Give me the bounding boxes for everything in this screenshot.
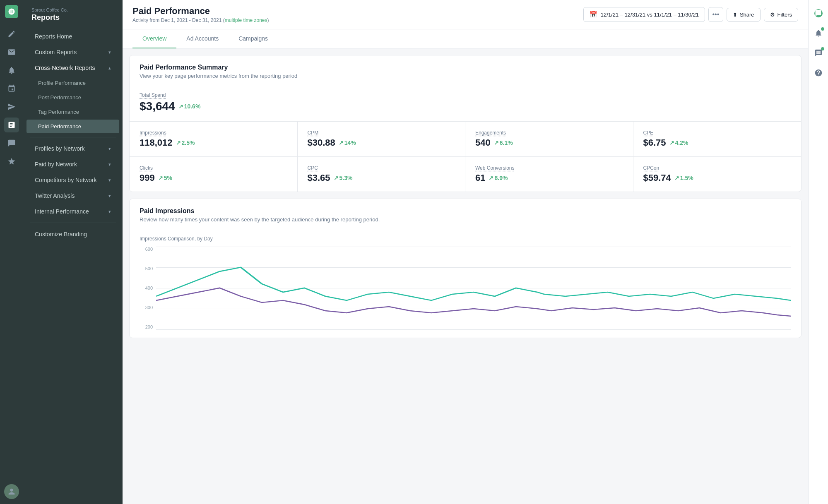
metric-impressions: Impressions 118,012 ↗ 2.5%	[130, 122, 298, 156]
cpcon-value: $59.74 ↗ 1.5%	[643, 173, 792, 183]
sidebar-item-post-performance[interactable]: Post Performance	[26, 91, 119, 104]
impressions-value: 118,012 ↗ 2.5%	[140, 137, 287, 148]
sidebar-item-paid-performance[interactable]: Paid Performance	[26, 120, 119, 133]
notification-badge	[821, 27, 824, 31]
summary-card: Paid Performance Summary View your key p…	[129, 55, 802, 192]
company-name: Sprout Coffee Co.	[31, 7, 114, 12]
metric-cpcon: CPCon $59.74 ↗ 1.5%	[633, 157, 802, 192]
chart-svg	[156, 247, 791, 329]
engagements-value: 540 ↗ 6.1%	[475, 137, 623, 148]
total-spend-value: $3,644 ↗ 10.6%	[140, 100, 791, 113]
cpc-change: ↗ 5.3%	[334, 175, 353, 181]
chevron-up-icon: ▴	[108, 65, 111, 71]
sidebar-item-internal-performance[interactable]: Internal Performance ▾	[26, 204, 119, 219]
engagements-change: ↗ 6.1%	[494, 139, 513, 146]
tab-overview[interactable]: Overview	[132, 29, 176, 48]
user-avatar[interactable]	[4, 484, 19, 499]
sidebar-item-profile-performance[interactable]: Profile Performance	[26, 76, 119, 90]
page-title: Paid Performance	[132, 6, 269, 17]
sidebar-item-customize-branding[interactable]: Customize Branding	[26, 227, 119, 242]
web-conversions-value: 61 ↗ 8.9%	[475, 173, 623, 183]
sidebar-item-tag-performance[interactable]: Tag Performance	[26, 105, 119, 119]
sidebar-divider-2	[30, 223, 116, 223]
cpe-value: $6.75 ↗ 4.2%	[643, 137, 792, 148]
total-spend-change: ↗ 10.6%	[178, 103, 201, 110]
chart-label: Impressions Comparison, by Day	[140, 236, 791, 242]
chevron-down-icon: ▾	[108, 193, 111, 199]
right-help-icon[interactable]	[812, 66, 825, 79]
nav-publish-icon[interactable]	[4, 99, 19, 114]
sidebar-item-cross-network[interactable]: Cross-Network Reports ▴	[26, 60, 119, 75]
sidebar-header: Sprout Coffee Co. Reports	[23, 0, 123, 29]
metrics-row-1: Impressions 118,012 ↗ 2.5% CPM $30.88 ↗ …	[130, 122, 801, 156]
topbar-left: Paid Performance Activity from Dec 1, 20…	[132, 6, 269, 23]
nav-pin-icon[interactable]	[4, 81, 19, 96]
cpc-value: $3.65 ↗ 5.3%	[308, 173, 455, 183]
chevron-down-icon: ▾	[108, 162, 111, 167]
summary-card-subtitle: View your key page performance metrics f…	[140, 73, 791, 79]
right-compose-icon[interactable]	[812, 7, 825, 20]
chevron-down-icon: ▾	[108, 146, 111, 151]
cpe-label: CPE	[643, 130, 792, 136]
sidebar-item-profiles-by-network[interactable]: Profiles by Network ▾	[26, 141, 119, 156]
impressions-card-subtitle: Review how many times your content was s…	[140, 216, 791, 223]
content-area: Overview Ad Accounts Campaigns Paid Perf…	[123, 29, 808, 504]
filters-icon: ⚙	[770, 12, 775, 18]
summary-card-title: Paid Performance Summary	[140, 64, 791, 71]
cpm-value: $30.88 ↗ 14%	[308, 137, 455, 148]
date-range-text: 12/1/21 – 12/31/21 vs 11/1/21 – 11/30/21	[601, 12, 699, 18]
more-options-button[interactable]: •••	[708, 7, 723, 22]
cpcon-change: ↗ 1.5%	[674, 175, 693, 181]
timezone-link[interactable]: multiple time zones	[225, 17, 267, 23]
metric-clicks: Clicks 999 ↗ 5%	[130, 157, 298, 192]
right-chat-icon[interactable]	[812, 46, 825, 60]
share-icon: ⬆	[733, 12, 737, 18]
sidebar-item-twitter-analysis[interactable]: Twitter Analysis ▾	[26, 188, 119, 203]
clicks-label: Clicks	[140, 165, 287, 171]
web-conversions-label: Web Conversions	[475, 165, 623, 171]
filters-button[interactable]: ⚙ Filters	[764, 8, 798, 22]
section-title: Reports	[31, 13, 114, 22]
total-spend-label: Total Spend	[140, 92, 791, 98]
right-rail	[808, 0, 828, 504]
chart-area: 600 500 400 300 200	[140, 247, 791, 338]
arrow-up-icon: ↗	[178, 103, 183, 110]
engagements-label: Engagements	[475, 130, 623, 136]
nav-bot-icon[interactable]	[4, 136, 19, 151]
metrics-row-2: Clicks 999 ↗ 5% CPC $3.65 ↗ 5.3% Web Con…	[130, 156, 801, 192]
chevron-down-icon: ▾	[108, 209, 111, 214]
nav-star-icon[interactable]	[4, 154, 19, 169]
date-range-button[interactable]: 📅 12/1/21 – 12/31/21 vs 11/1/21 – 11/30/…	[583, 7, 705, 22]
sidebar-divider	[30, 137, 116, 137]
card-header: Paid Performance Summary View your key p…	[130, 55, 801, 86]
tabs-bar: Overview Ad Accounts Campaigns	[123, 29, 808, 48]
metric-engagements: Engagements 540 ↗ 6.1%	[465, 122, 633, 156]
share-button[interactable]: ⬆ Share	[727, 8, 761, 22]
sidebar-item-paid-by-network[interactable]: Paid by Network ▾	[26, 157, 119, 172]
y-axis: 600 500 400 300 200	[140, 247, 155, 329]
cpm-change: ↗ 14%	[339, 139, 356, 146]
tab-ad-accounts[interactable]: Ad Accounts	[176, 29, 229, 48]
cpm-label: CPM	[308, 130, 455, 136]
right-notifications-icon[interactable]	[812, 26, 825, 40]
nav-reports-icon[interactable]	[4, 118, 19, 132]
nav-inbox-icon[interactable]	[4, 45, 19, 60]
impressions-card-title: Paid Impressions	[140, 207, 791, 215]
total-spend-section: Total Spend $3,644 ↗ 10.6%	[130, 86, 801, 122]
metric-cpc: CPC $3.65 ↗ 5.3%	[298, 157, 466, 192]
cpc-label: CPC	[308, 165, 455, 171]
metric-cpe: CPE $6.75 ↗ 4.2%	[633, 122, 802, 156]
cpe-change: ↗ 4.2%	[669, 139, 688, 146]
nav-notifications-icon[interactable]	[4, 63, 19, 78]
chat-badge	[821, 47, 824, 50]
impressions-change: ↗ 2.5%	[176, 139, 195, 146]
cpcon-label: CPCon	[643, 165, 792, 171]
nav-compose-icon[interactable]	[4, 26, 19, 41]
tab-campaigns[interactable]: Campaigns	[229, 29, 278, 48]
chart-section: Impressions Comparison, by Day 600 500 4…	[130, 229, 801, 338]
sidebar-item-reports-home[interactable]: Reports Home	[26, 29, 119, 44]
sidebar-item-custom-reports[interactable]: Custom Reports ▾	[26, 45, 119, 60]
clicks-change: ↗ 5%	[158, 175, 172, 181]
sidebar-item-competitors-by-network[interactable]: Competitors by Network ▾	[26, 173, 119, 187]
impressions-card: Paid Impressions Review how many times y…	[129, 199, 802, 338]
